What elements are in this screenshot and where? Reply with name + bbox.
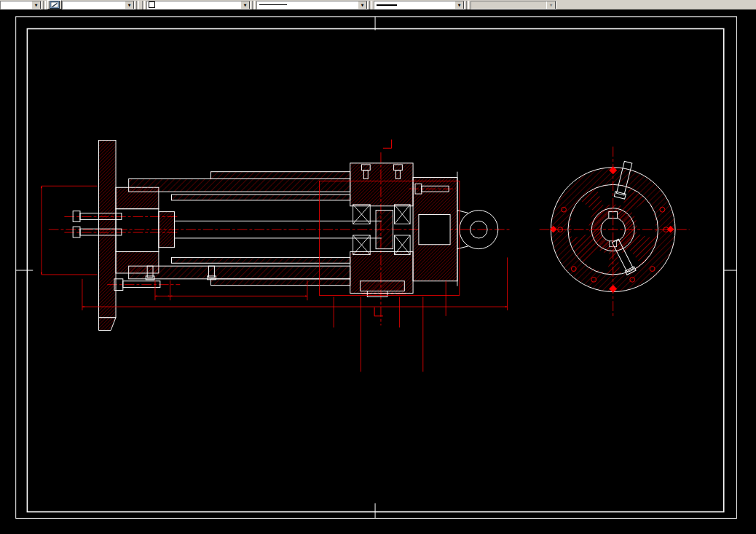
color-control-combo[interactable]: ▼	[146, 1, 251, 9]
style-manager-icon	[50, 1, 60, 9]
linetype-control-combo[interactable]: ▼	[256, 1, 368, 9]
clevis-eye	[457, 172, 498, 286]
toolbar-separator	[252, 1, 255, 9]
lineweight-sample-icon	[377, 4, 397, 6]
gear-housing	[350, 163, 457, 294]
current-color-swatch	[149, 1, 155, 8]
dim-style-dropdown-arrow-icon[interactable]: ▼	[31, 1, 41, 9]
main-assembly-view	[42, 141, 511, 372]
text-style-manager-button[interactable]	[47, 0, 62, 9]
toolbar-separator	[43, 1, 46, 9]
model-space-canvas[interactable]	[0, 10, 756, 534]
color-dropdown-arrow-icon[interactable]: ▼	[240, 1, 250, 9]
assembly-drawing	[0, 10, 756, 534]
cad-application-window: { "toolbar": { "dim_style_value": "IM", …	[0, 0, 756, 534]
dim-style-combo[interactable]: ▼	[0, 1, 42, 9]
toolbar-separator	[136, 1, 139, 9]
toolbar-separator	[466, 1, 469, 9]
text-style-combo[interactable]: ▼	[62, 1, 135, 9]
toolbar-separator	[369, 1, 372, 9]
linetype-dropdown-arrow-icon[interactable]: ▼	[358, 1, 367, 9]
text-style-dropdown-arrow-icon[interactable]: ▼	[125, 1, 134, 9]
object-properties-toolbar: ▼ ▼ ▼ ▼ ▼ ▼	[0, 0, 756, 10]
plot-style-combo: ▼	[470, 1, 556, 9]
plot-style-dropdown-arrow-icon: ▼	[546, 1, 556, 9]
lineweight-control-combo[interactable]: ▼	[374, 1, 465, 9]
front-hub	[116, 187, 159, 273]
linetype-sample-icon	[259, 4, 287, 5]
section-a-a-view	[540, 146, 690, 315]
toolbar-separator	[142, 1, 145, 9]
lineweight-dropdown-arrow-icon[interactable]: ▼	[454, 1, 464, 9]
